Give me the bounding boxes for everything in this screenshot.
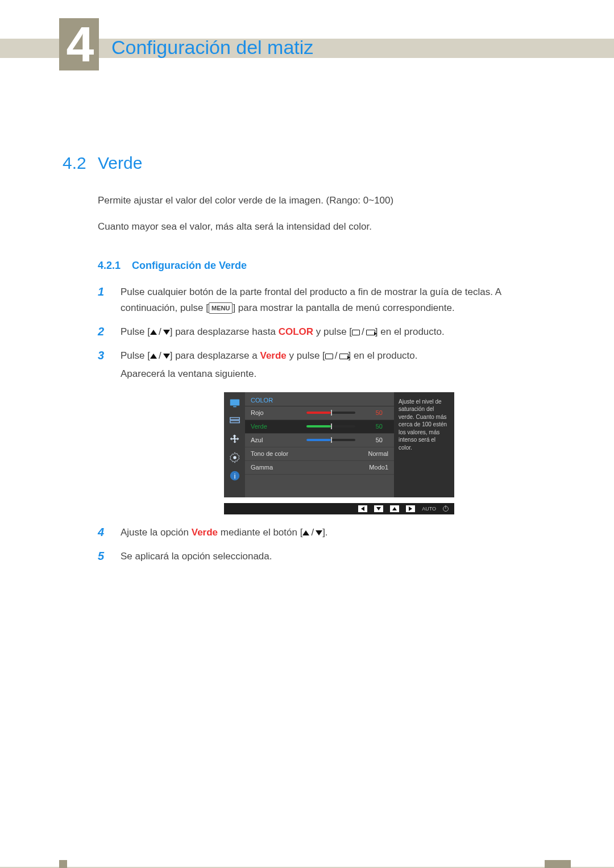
section-number: 4.2 — [63, 153, 98, 173]
enter-icon — [325, 354, 333, 359]
menu-key-icon: MENU — [209, 302, 233, 314]
osd-row-gamma: Gamma Modo1 — [245, 461, 394, 475]
section-title: Verde — [98, 153, 142, 173]
osd-panel: COLOR Rojo 50 Verde 50 Azul 50 — [245, 392, 394, 497]
steps-list: 1 Pulse cualquier botón de la parte fron… — [98, 284, 551, 564]
step-5: 5 Se aplicará la opción seleccionada. — [98, 549, 551, 564]
step-text: Se aplicará la opción seleccionada. — [121, 549, 551, 564]
subsection-heading: 4.2.1 Configuración de Verde — [98, 260, 551, 272]
color-tab-icon — [229, 416, 241, 426]
up-arrow-icon — [150, 354, 157, 359]
svg-rect-2 — [230, 417, 239, 420]
chapter-number: 4 — [67, 19, 92, 69]
osd-help-text: Ajuste el nivel de saturación del verde.… — [394, 392, 454, 497]
footer-accent-bar — [59, 860, 67, 868]
chapter-number-box: 4 — [59, 18, 99, 70]
nav-down-icon — [374, 505, 383, 512]
osd-figure: i COLOR Rojo 50 Verde 50 Azul — [224, 392, 551, 497]
page-footer: 4 Configuración del matiz 49 — [0, 860, 614, 868]
blue-slider — [306, 439, 355, 441]
nav-left-icon — [358, 505, 367, 512]
svg-point-4 — [233, 456, 237, 459]
section-heading: 4.2 Verde — [63, 153, 551, 173]
step-text: Pulse [/] para desplazarse a Verde y pul… — [121, 348, 551, 364]
nav-up-icon — [390, 505, 399, 512]
osd-row-azul: Azul 50 — [245, 434, 394, 447]
step-number: 4 — [98, 525, 121, 541]
keyword-verde: Verde — [260, 350, 286, 361]
settings-tab-icon — [229, 452, 241, 463]
osd-row-verde: Verde 50 — [245, 420, 394, 434]
down-arrow-icon — [163, 354, 170, 359]
osd-row-tono: Tono de color Normal — [245, 447, 394, 461]
step-3: 3 Pulse [/] para desplazarse a Verde y p… — [98, 348, 551, 364]
osd-nav-bar: AUTO — [224, 503, 454, 514]
chapter-header: 4 Configuración del matiz — [0, 18, 614, 75]
nav-auto-label: AUTO — [422, 506, 436, 512]
subsection-number: 4.2.1 — [98, 260, 132, 272]
step-number: 2 — [98, 324, 121, 340]
enter-icon — [352, 330, 360, 335]
down-arrow-icon — [316, 530, 322, 535]
size-tab-icon — [229, 434, 241, 445]
step-text: Pulse cualquier botón de la parte fronta… — [121, 284, 551, 316]
down-arrow-icon — [163, 330, 170, 335]
nav-right-icon — [406, 505, 415, 512]
picture-tab-icon — [229, 398, 241, 408]
keyword-color: COLOR — [279, 326, 313, 337]
step-1: 1 Pulse cualquier botón de la parte fron… — [98, 284, 551, 316]
up-arrow-icon — [150, 330, 157, 335]
subsection-title: Configuración de Verde — [132, 260, 247, 272]
section-paragraph-2: Cuanto mayor sea el valor, más alta será… — [98, 219, 551, 234]
svg-text:i: i — [234, 472, 235, 480]
source-icon — [339, 354, 349, 359]
step-text: Ajuste la opción Verde mediante el botón… — [121, 525, 551, 541]
step-3-followup: Aparecerá la ventana siguiente. — [121, 368, 551, 380]
chapter-title: Configuración del matiz — [111, 36, 313, 59]
power-icon — [443, 506, 449, 512]
osd-row-rojo: Rojo 50 — [245, 406, 394, 420]
info-tab-icon: i — [229, 471, 241, 481]
red-slider — [306, 412, 355, 414]
step-2: 2 Pulse [/] para desplazarse hasta COLOR… — [98, 324, 551, 340]
keyword-verde: Verde — [192, 527, 218, 538]
green-slider — [306, 425, 355, 427]
page-number: 49 — [550, 865, 566, 868]
step-number: 3 — [98, 348, 121, 364]
source-icon — [366, 330, 375, 335]
osd-sidebar: i — [224, 392, 245, 497]
footer-page-box: 49 — [545, 860, 571, 868]
svg-rect-1 — [233, 406, 237, 407]
osd-title: COLOR — [245, 392, 394, 406]
step-number: 5 — [98, 549, 121, 564]
step-text: Pulse [/] para desplazarse hasta COLOR y… — [121, 324, 551, 340]
step-number: 1 — [98, 284, 121, 316]
up-arrow-icon — [302, 530, 309, 535]
svg-rect-0 — [230, 399, 239, 405]
step-4: 4 Ajuste la opción Verde mediante el bot… — [98, 525, 551, 541]
section-paragraph-1: Permite ajustar el valor del color verde… — [98, 193, 551, 208]
svg-rect-3 — [230, 421, 239, 423]
